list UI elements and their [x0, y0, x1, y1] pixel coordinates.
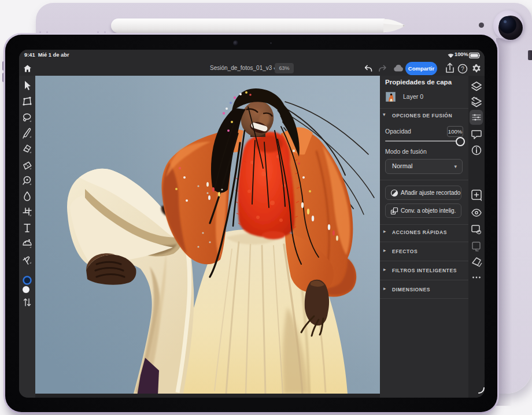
svg-text:?: ?: [461, 66, 464, 72]
